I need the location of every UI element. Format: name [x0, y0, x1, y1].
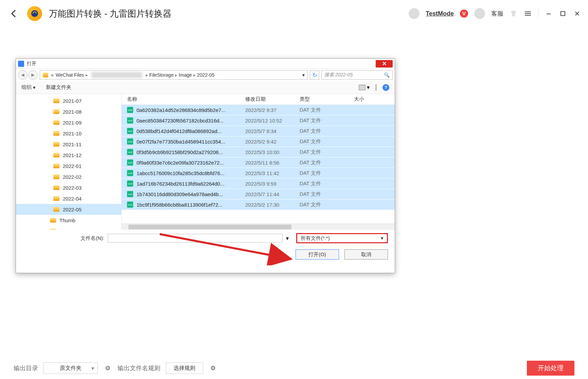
h-scrollbar[interactable] [122, 224, 395, 230]
folder-icon [50, 229, 56, 230]
search-icon[interactable]: 🔍 [384, 72, 390, 78]
tree-label: 2022-03 [63, 185, 82, 191]
file-list[interactable]: vcd0a620382a14d52e286834c89d5b2e7...2022… [122, 105, 395, 224]
tree-label: 2022-04 [63, 196, 82, 202]
cs-avatar[interactable] [474, 8, 485, 19]
file-row[interactable]: vcd0e07f2fa7e77350ba1d4589411cc354...202… [122, 136, 395, 147]
search-input[interactable]: 搜索 2022-05 🔍 [321, 70, 393, 80]
tree-item[interactable]: 2022-05 [16, 204, 121, 215]
column-headers: 名称 修改日期 类型 大小 [122, 94, 395, 105]
col-name[interactable]: 名称 [122, 96, 245, 102]
tree-item[interactable]: 2022-01 [16, 160, 121, 171]
name-rule-label: 输出文件名规则 [118, 364, 160, 372]
tree-item[interactable]: 2022-03 [16, 182, 121, 193]
file-row[interactable]: vcd1ad716b76234bd26113fd9a62264d0...2022… [122, 178, 395, 189]
file-icon: vcd [127, 159, 133, 166]
svg-rect-1 [547, 14, 551, 14]
file-open-dialog: 打开 ✕ ◄ ► « WeChat Files▸ ▸ FileStorage▸ … [16, 58, 395, 273]
scrollbar-thumb[interactable] [128, 225, 291, 229]
minimize-button[interactable] [545, 10, 553, 18]
view-mode-button[interactable]: ▾ [359, 84, 370, 91]
back-button[interactable] [7, 7, 20, 20]
dialog-title: 打开 [27, 61, 36, 67]
preview-pane-button[interactable] [376, 84, 376, 91]
folder-icon [53, 196, 59, 201]
user-name[interactable]: TestMode [426, 10, 454, 17]
nav-forward-button[interactable]: ► [28, 70, 38, 80]
customer-service[interactable]: 客服 [491, 10, 503, 18]
file-row[interactable]: vcd0f3d5b9cb9b92158bf290d2a279208...2022… [122, 147, 395, 157]
folder-icon [53, 131, 59, 136]
tree-item[interactable]: 2021-10 [16, 128, 121, 139]
filename-row: 文件名(N): ▾ 所有文件(*.*) ▾ [16, 230, 395, 247]
organize-button[interactable]: 组织 ▾ [21, 84, 36, 91]
file-row[interactable]: vcd1bc9f1f958b66cb8ba8113906f1ef72...202… [122, 200, 395, 210]
file-date: 2022/5/7 8:34 [245, 128, 300, 134]
tree-item[interactable]: 2021-08 [16, 106, 121, 117]
filename-label: 文件名(N): [23, 235, 104, 242]
refresh-button[interactable]: ↻ [310, 70, 319, 80]
new-folder-button[interactable]: 新建文件夹 [46, 84, 71, 91]
menu-icon[interactable] [524, 10, 532, 18]
breadcrumb[interactable]: « WeChat Files▸ ▸ FileStorage▸ Image▸ 20… [40, 70, 308, 80]
chevron-down-icon[interactable]: ▾ [302, 72, 305, 78]
output-dir-select[interactable]: 原文件夹 ▾ [43, 362, 98, 374]
folder-tree[interactable]: 2021-072021-082021-092021-102021-112021-… [16, 94, 121, 230]
tree-item[interactable]: Thumb [16, 215, 121, 226]
file-row[interactable]: vcd0f9a60f33e7c6c2e09fa30723162e72...202… [122, 157, 395, 168]
gear-icon[interactable]: ⚙ [103, 364, 112, 373]
col-date[interactable]: 修改日期 [245, 96, 300, 102]
file-row[interactable]: vcd0aec8503847230f6567182cbcd316d...2022… [122, 115, 395, 126]
file-row[interactable]: vcd0d538bdf142d4f0412df8a086892ad...2022… [122, 126, 395, 136]
dialog-close-button[interactable]: ✕ [376, 60, 393, 68]
file-row[interactable]: vcd1b7430116dd80d309e64a978aed4b...2022/… [122, 189, 395, 200]
open-button[interactable]: 打开(O) [296, 249, 339, 260]
bc-part-3[interactable]: 2022-05 [197, 72, 214, 78]
col-type[interactable]: 类型 [300, 96, 354, 102]
cancel-button[interactable]: 取消 [344, 249, 388, 260]
close-button[interactable] [573, 10, 581, 18]
bc-part-2[interactable]: Image [179, 72, 192, 78]
tree-item[interactable]: 2022-04 [16, 193, 121, 204]
file-type: DAT 文件 [300, 149, 354, 155]
tshirt-icon[interactable] [510, 10, 518, 18]
file-type: DAT 文件 [300, 117, 354, 124]
toolbar: 组织 ▾ 新建文件夹 ▾ ? [16, 81, 395, 94]
tree-item[interactable]: 2021-12 [16, 150, 121, 160]
tree-label: PAG [59, 228, 70, 230]
tree-label: 2021-09 [63, 120, 82, 126]
gear-icon[interactable]: ⚙ [209, 364, 217, 373]
tree-label: 2021-08 [63, 109, 82, 115]
tree-item[interactable]: PAG [16, 226, 121, 230]
tree-item[interactable]: 2021-07 [16, 95, 121, 106]
file-icon: vcd [127, 128, 133, 134]
start-process-button[interactable]: 开始处理 [527, 361, 574, 376]
file-date: 2022/5/11 8:56 [245, 160, 300, 166]
tree-label: 2021-12 [63, 152, 82, 158]
file-row[interactable]: vcd1abcc5176009c10fa285c35dc8bfd76...202… [122, 168, 395, 178]
nav-back-button[interactable]: ◄ [18, 70, 28, 80]
file-filter-dropdown[interactable]: 所有文件(*.*) ▾ [296, 233, 388, 243]
help-icon[interactable]: ? [382, 84, 389, 91]
tree-item[interactable]: 2022-02 [16, 171, 121, 182]
tree-item[interactable]: 2021-11 [16, 139, 121, 150]
chevron-down-icon[interactable]: ▾ [286, 235, 293, 242]
choose-rule-button[interactable]: 选择规则 [166, 362, 203, 374]
folder-icon [53, 120, 59, 125]
bc-part-1[interactable]: FileStorage [149, 72, 174, 78]
file-date: 2022/5/12 10:52 [245, 118, 300, 124]
tree-label: 2021-07 [63, 98, 82, 104]
col-size[interactable]: 大小 [354, 96, 395, 102]
dialog-titlebar: 打开 ✕ [16, 59, 395, 69]
footer-bar: 输出目录 原文件夹 ▾ ⚙ 输出文件名规则 选择规则 ⚙ 开始处理 [0, 357, 588, 379]
tree-label: Thumb [59, 217, 75, 223]
file-icon: vcd [127, 181, 133, 187]
tree-item[interactable]: 2021-09 [16, 117, 121, 128]
file-date: 2022/5/2 9:37 [245, 107, 300, 113]
tree-label: 2022-05 [63, 207, 82, 212]
avatar[interactable] [409, 8, 420, 19]
filename-input[interactable] [108, 234, 283, 243]
file-row[interactable]: vcd0a620382a14d52e286834c89d5b2e7...2022… [122, 105, 395, 115]
maximize-button[interactable] [559, 10, 567, 18]
bc-part-0[interactable]: WeChat Files [56, 72, 84, 78]
